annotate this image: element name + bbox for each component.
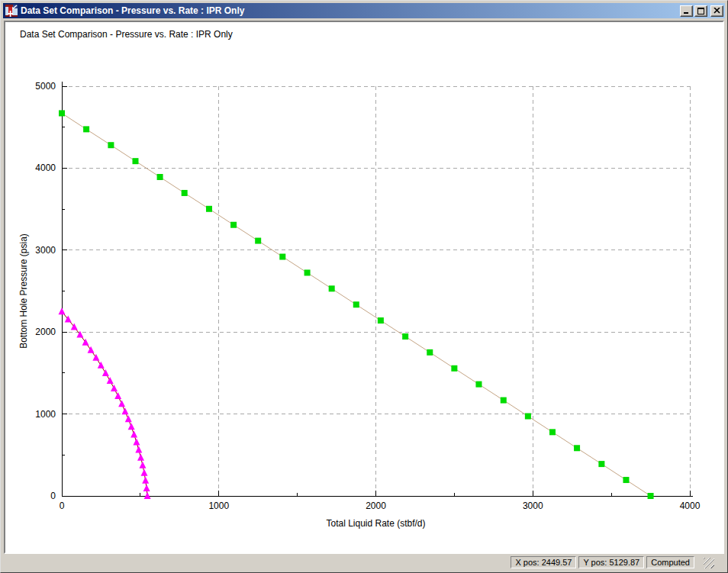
- linear-ipr-green-squares-marker: [451, 365, 457, 372]
- linear-ipr-green-squares-marker: [59, 110, 65, 116]
- linear-ipr-green-squares-marker: [255, 238, 261, 244]
- linear-ipr-green-squares-marker: [304, 269, 311, 275]
- y-tick-label: 3000: [35, 245, 56, 256]
- vogel-ipr-magenta-triangles-marker: [88, 346, 95, 353]
- linear-ipr-green-squares-marker: [108, 142, 114, 148]
- linear-ipr-green-squares-marker: [475, 381, 482, 388]
- vogel-ipr-magenta-triangles-line: [62, 311, 147, 496]
- vogel-ipr-magenta-triangles-marker: [143, 484, 150, 491]
- vogel-ipr-magenta-triangles-marker: [121, 407, 128, 414]
- vogel-ipr-magenta-triangles-marker: [118, 400, 125, 407]
- resize-grip[interactable]: [704, 558, 714, 568]
- y-tick-label: 1000: [35, 409, 56, 420]
- y-tick-label: 2000: [35, 327, 56, 337]
- chart-client-area: Data Set Comparison - Pressure vs. Rate …: [4, 21, 724, 554]
- linear-ipr-green-squares-marker: [598, 461, 604, 467]
- well-ipr-chart-icon: [5, 5, 18, 17]
- app-icon[interactable]: [5, 5, 18, 17]
- minimize-icon: [683, 8, 690, 14]
- status-state: Computed: [646, 556, 694, 568]
- x-tick-label: 2000: [366, 501, 386, 511]
- linear-ipr-green-squares-marker: [574, 445, 580, 451]
- window-title: Data Set Comparison - Pressure vs. Rate …: [21, 5, 678, 16]
- vogel-ipr-magenta-triangles-marker: [107, 377, 114, 384]
- x-tick-label: 3000: [523, 501, 543, 511]
- maximize-icon: [697, 8, 704, 14]
- linear-ipr-green-squares-marker: [549, 429, 556, 435]
- x-tick-label: 4000: [680, 501, 701, 511]
- vogel-ipr-magenta-triangles-marker: [59, 307, 66, 314]
- vogel-ipr-magenta-triangles-marker: [137, 454, 144, 461]
- x-axis-title: Total Liquid Rate (stbf/d): [326, 518, 425, 529]
- linear-ipr-green-squares-marker: [402, 333, 408, 340]
- maximize-button[interactable]: [694, 5, 707, 17]
- linear-ipr-green-squares-marker: [501, 398, 507, 404]
- vogel-ipr-magenta-triangles-marker: [128, 423, 135, 430]
- app-window: Data Set Comparison - Pressure vs. Rate …: [0, 0, 728, 573]
- close-button[interactable]: [710, 5, 723, 17]
- vogel-ipr-magenta-triangles-marker: [92, 354, 99, 361]
- y-axis-title: Bottom Hole Pressure (psia): [18, 233, 29, 349]
- x-tick-label: 1000: [208, 501, 229, 511]
- linear-ipr-green-squares-marker: [230, 222, 237, 228]
- vogel-ipr-magenta-triangles-marker: [141, 469, 148, 476]
- linear-ipr-green-squares-marker: [427, 349, 433, 356]
- vogel-ipr-magenta-triangles-marker: [133, 439, 140, 446]
- linear-ipr-green-squares-marker: [206, 206, 212, 212]
- vogel-ipr-magenta-triangles-marker: [98, 362, 105, 369]
- vogel-ipr-magenta-triangles-marker: [130, 430, 137, 437]
- linear-ipr-green-squares-marker: [83, 126, 89, 132]
- linear-ipr-green-squares-marker: [623, 477, 629, 483]
- vogel-ipr-magenta-triangles-marker: [114, 392, 121, 399]
- vogel-ipr-magenta-triangles-marker: [102, 369, 109, 376]
- x-tick-label: 0: [60, 501, 65, 511]
- vogel-ipr-magenta-triangles-marker: [142, 477, 149, 484]
- linear-ipr-green-squares-marker: [329, 285, 335, 291]
- minimize-button[interactable]: [680, 5, 693, 17]
- linear-ipr-green-squares-marker: [157, 174, 163, 180]
- linear-ipr-green-squares-marker: [525, 413, 531, 419]
- linear-ipr-green-squares-marker: [648, 493, 654, 499]
- linear-ipr-green-squares-marker: [279, 253, 285, 259]
- status-y-pos: Y pos: 5129.87: [578, 556, 644, 568]
- linear-ipr-green-squares-marker: [182, 190, 188, 196]
- linear-ipr-green-squares-marker: [132, 158, 138, 164]
- vogel-ipr-magenta-triangles-marker: [125, 415, 132, 422]
- vogel-ipr-magenta-triangles-marker: [111, 385, 118, 391]
- title-bar[interactable]: Data Set Comparison - Pressure vs. Rate …: [3, 3, 725, 18]
- close-icon: [714, 8, 720, 14]
- y-tick-label: 0: [50, 491, 56, 501]
- linear-ipr-green-squares-marker: [353, 301, 359, 307]
- y-tick-label: 5000: [35, 81, 56, 92]
- vogel-ipr-magenta-triangles-marker: [139, 462, 146, 468]
- status-bar: X pos: 2449.57 Y pos: 5129.87 Computed: [4, 555, 724, 569]
- linear-ipr-green-squares-marker: [378, 317, 384, 324]
- y-tick-label: 4000: [35, 163, 56, 173]
- chart-canvas[interactable]: 01000200030004000010002000300040005000To…: [5, 22, 724, 554]
- vogel-ipr-magenta-triangles-marker: [135, 446, 142, 453]
- status-x-pos: X pos: 2449.57: [511, 556, 576, 568]
